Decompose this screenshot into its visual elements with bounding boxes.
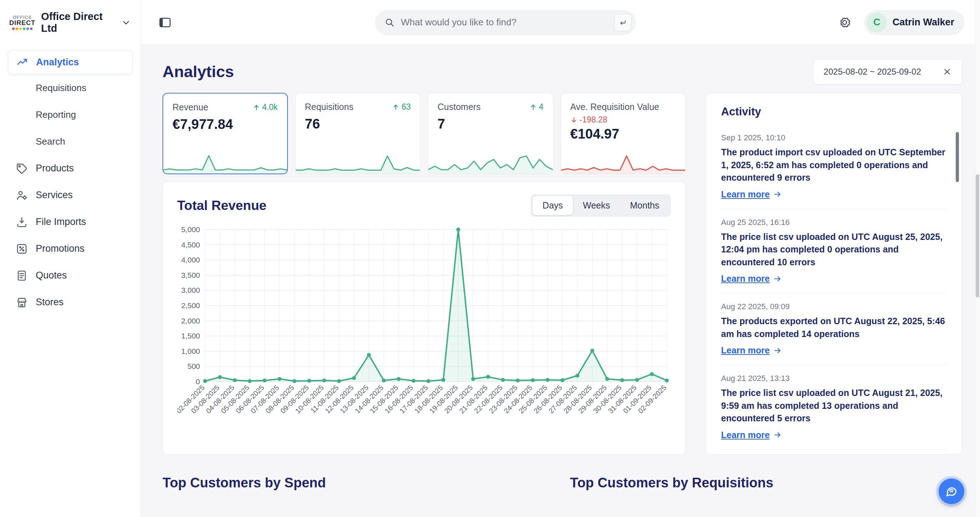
learn-more-link[interactable]: Learn more xyxy=(721,189,782,200)
arrow-right-icon xyxy=(773,346,782,355)
tag-icon xyxy=(16,162,28,175)
logo-text-bottom: DIRECT xyxy=(9,20,35,26)
chat-widget-button[interactable] xyxy=(939,479,964,504)
trend-badge: 4.0k xyxy=(253,102,277,112)
learn-more-link[interactable]: Learn more xyxy=(721,345,782,356)
settings-gear-icon[interactable] xyxy=(837,15,852,30)
svg-text:3,500: 3,500 xyxy=(181,271,200,279)
tab-weeks[interactable]: Weeks xyxy=(573,196,620,215)
sidebar-item-search[interactable]: Search xyxy=(8,129,132,154)
activity-message: The price list csv uploaded on UTC Augus… xyxy=(721,387,947,425)
sidebar-item-label: Promotions xyxy=(36,243,84,254)
activity-timestamp: Sep 1 2025, 10:10 xyxy=(721,133,947,142)
company-switcher[interactable]: OFFICE DIRECT Office Direct Ltd xyxy=(0,0,140,45)
logo-text-top: OFFICE xyxy=(13,15,32,20)
trend-up-icon xyxy=(253,104,260,111)
sidebar-item-requisitions[interactable]: Requisitions xyxy=(8,75,132,101)
arrow-right-icon xyxy=(773,431,782,439)
page-scrollbar[interactable] xyxy=(975,0,980,517)
sidebar-item-products[interactable]: Products xyxy=(8,155,132,181)
trend-value: 63 xyxy=(401,102,411,112)
activity-scrollbar-thumb[interactable] xyxy=(956,132,959,182)
svg-text:1,000: 1,000 xyxy=(181,347,200,355)
customers-sparkline xyxy=(428,153,553,174)
activity-panel: Activity Sep 1 2025, 10:10 The product i… xyxy=(706,93,962,455)
section-title-top-customers-spend: Top Customers by Spend xyxy=(162,475,570,491)
main-area: C Catrin Walker Analytics 2025-08-02 ~ 2… xyxy=(141,0,980,517)
ave-requisition-value-sparkline xyxy=(561,153,686,174)
app-logo-icon: OFFICE DIRECT xyxy=(9,15,35,30)
date-range-filter[interactable]: 2025-08-02 ~ 2025-09-02 xyxy=(813,59,962,84)
trend-value: 4.0k xyxy=(262,102,277,112)
user-name: Catrin Walker xyxy=(892,17,954,28)
svg-text:4,500: 4,500 xyxy=(181,241,200,249)
logo-dots xyxy=(12,27,32,30)
revenue-sparkline xyxy=(163,153,287,173)
trend-value: 4 xyxy=(539,102,544,112)
search-input[interactable] xyxy=(401,17,609,28)
sidebar-item-file-imports[interactable]: File Imports xyxy=(8,209,132,235)
sidebar-item-label: Analytics xyxy=(36,57,79,68)
dashboard-layout: Revenue 4.0k €7,977.84 Requ xyxy=(162,93,962,455)
search-wrap xyxy=(173,10,837,35)
import-icon xyxy=(16,216,28,228)
sidebar-item-label: Products xyxy=(36,163,74,174)
stat-label: Revenue xyxy=(172,102,208,113)
sidebar-item-analytics[interactable]: Analytics xyxy=(8,50,132,74)
sidebar-item-promotions[interactable]: Promotions xyxy=(8,235,132,262)
chat-bubble-icon xyxy=(945,485,958,498)
analytics-icon xyxy=(16,56,28,68)
learn-more-link[interactable]: Learn more xyxy=(721,430,782,440)
learn-more-link[interactable]: Learn more xyxy=(721,274,782,284)
requisitions-sparkline xyxy=(296,153,420,174)
page-scrollbar-thumb[interactable] xyxy=(976,174,979,297)
global-search[interactable] xyxy=(375,10,636,35)
sidebar-item-services[interactable]: Services xyxy=(8,182,132,208)
bottom-sections: Top Customers by Spend Top Customers by … xyxy=(162,475,962,491)
svg-text:5,000: 5,000 xyxy=(181,225,200,234)
trend-up-icon xyxy=(392,103,399,111)
activity-entry: Sep 1 2025, 10:10 The product import csv… xyxy=(721,125,947,209)
stat-card-ave-requisition-value[interactable]: Ave. Requisition Value -198.28 €104.97 xyxy=(561,93,686,174)
sidebar-item-quotes[interactable]: Quotes xyxy=(8,262,132,288)
tab-months[interactable]: Months xyxy=(620,196,669,215)
arrow-right-icon xyxy=(773,190,782,199)
activity-message: The price list csv uploaded on UTC Augus… xyxy=(721,231,947,269)
activity-title: Activity xyxy=(721,105,947,118)
storefront-icon xyxy=(16,296,28,309)
svg-text:4,000: 4,000 xyxy=(181,256,200,264)
activity-timestamp: Aug 21 2025, 13:13 xyxy=(721,374,947,383)
trend-down-icon xyxy=(570,116,578,124)
user-menu[interactable]: C Catrin Walker xyxy=(864,10,964,35)
clear-date-range-icon[interactable] xyxy=(942,67,952,76)
chevron-down-icon xyxy=(121,17,131,27)
percent-badge-icon xyxy=(16,243,28,255)
sidebar-nav: Analytics Requisitions Reporting Search … xyxy=(0,45,140,321)
activity-timestamp: Aug 22 2025, 09:09 xyxy=(721,302,947,311)
stat-value: 7 xyxy=(438,116,544,132)
stat-card-customers[interactable]: Customers 4 7 xyxy=(428,93,553,174)
sidebar-item-label: Reporting xyxy=(36,109,76,120)
activity-timestamp: Aug 25 2025, 16:16 xyxy=(721,218,947,227)
tab-days[interactable]: Days xyxy=(533,196,573,215)
sidebar-item-stores[interactable]: Stores xyxy=(8,289,132,315)
app-root: OFFICE DIRECT Office Direct Ltd Analytic… xyxy=(0,0,980,517)
person-gear-icon xyxy=(16,189,28,201)
sidebar-item-reporting[interactable]: Reporting xyxy=(8,102,132,128)
date-range-value: 2025-08-02 ~ 2025-09-02 xyxy=(824,67,921,77)
trend-badge: 63 xyxy=(392,102,411,112)
stat-card-requisitions[interactable]: Requisitions 63 76 xyxy=(295,93,421,174)
enter-icon[interactable] xyxy=(614,14,632,31)
svg-text:2,000: 2,000 xyxy=(181,317,200,325)
topbar: C Catrin Walker xyxy=(141,0,980,45)
period-tabs: Days Weeks Months xyxy=(531,194,671,217)
topbar-right: C Catrin Walker xyxy=(837,10,964,35)
total-revenue-chart: 05001,0001,5002,0002,5003,0003,5004,0004… xyxy=(177,222,672,452)
stat-card-revenue[interactable]: Revenue 4.0k €7,977.84 xyxy=(162,93,288,174)
section-title-top-customers-requisitions: Top Customers by Requisitions xyxy=(570,475,773,491)
total-revenue-panel: Total Revenue Days Weeks Months 05001,00… xyxy=(162,182,686,455)
collapse-sidebar-button[interactable] xyxy=(156,14,173,30)
svg-text:500: 500 xyxy=(188,362,200,370)
trend-value: -198.28 xyxy=(580,115,608,125)
company-name: Office Direct Ltd xyxy=(41,11,115,34)
